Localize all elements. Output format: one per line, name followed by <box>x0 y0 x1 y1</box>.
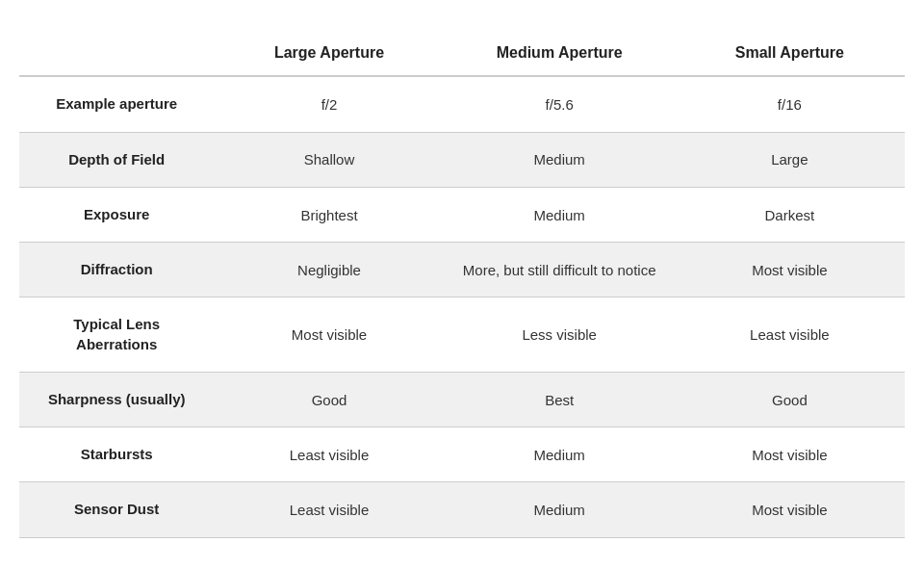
row-small-value: Most visible <box>675 482 905 537</box>
table-row: StarburstsLeast visibleMediumMost visibl… <box>19 427 905 482</box>
aperture-comparison-table: Large Aperture Medium Aperture Small Ape… <box>19 31 905 537</box>
row-medium-value: Medium <box>445 132 675 187</box>
row-small-value: Least visible <box>675 297 905 373</box>
table-row: ExposureBrightestMediumDarkest <box>19 187 905 242</box>
row-medium-value: Medium <box>445 187 675 242</box>
row-large-value: Shallow <box>214 132 444 187</box>
header-small-aperture: Small Aperture <box>675 31 905 76</box>
table-row: DiffractionNegligibleMore, but still dif… <box>19 243 905 297</box>
row-medium-value: f/5.6 <box>445 76 675 132</box>
row-medium-value: Less visible <box>445 297 675 373</box>
row-medium-value: Medium <box>445 482 675 537</box>
row-label: Typical Lens Aberrations <box>19 297 214 373</box>
table-row: Typical Lens AberrationsMost visibleLess… <box>19 297 905 373</box>
row-large-value: Least visible <box>214 427 444 482</box>
table-row: Depth of FieldShallowMediumLarge <box>19 132 905 187</box>
row-large-value: Most visible <box>214 297 444 373</box>
row-label: Diffraction <box>19 243 214 297</box>
header-medium-aperture: Medium Aperture <box>445 31 675 76</box>
row-small-value: Good <box>675 372 905 427</box>
row-medium-value: Medium <box>445 427 675 482</box>
row-small-value: Most visible <box>675 243 905 297</box>
row-label: Sensor Dust <box>19 482 214 537</box>
row-large-value: f/2 <box>214 76 444 132</box>
row-small-value: Most visible <box>675 427 905 482</box>
header-label-col <box>19 31 214 76</box>
table-row: Sensor DustLeast visibleMediumMost visib… <box>19 482 905 537</box>
table-row: Sharpness (usually)GoodBestGood <box>19 372 905 427</box>
table-header-row: Large Aperture Medium Aperture Small Ape… <box>19 31 905 76</box>
row-large-value: Brightest <box>214 187 444 242</box>
row-medium-value: More, but still difficult to notice <box>445 243 675 297</box>
row-label: Starbursts <box>19 427 214 482</box>
row-small-value: f/16 <box>675 76 905 132</box>
row-label: Depth of Field <box>19 132 214 187</box>
table-row: Example aperturef/2f/5.6f/16 <box>19 76 905 132</box>
header-large-aperture: Large Aperture <box>214 31 444 76</box>
row-medium-value: Best <box>445 372 675 427</box>
row-label: Sharpness (usually) <box>19 372 214 427</box>
row-label: Example aperture <box>19 76 214 132</box>
row-label: Exposure <box>19 187 214 242</box>
row-small-value: Large <box>675 132 905 187</box>
row-small-value: Darkest <box>675 187 905 242</box>
row-large-value: Negligible <box>214 243 444 297</box>
row-large-value: Least visible <box>214 482 444 537</box>
comparison-table-container: Large Aperture Medium Aperture Small Ape… <box>0 21 924 547</box>
row-large-value: Good <box>214 372 444 427</box>
